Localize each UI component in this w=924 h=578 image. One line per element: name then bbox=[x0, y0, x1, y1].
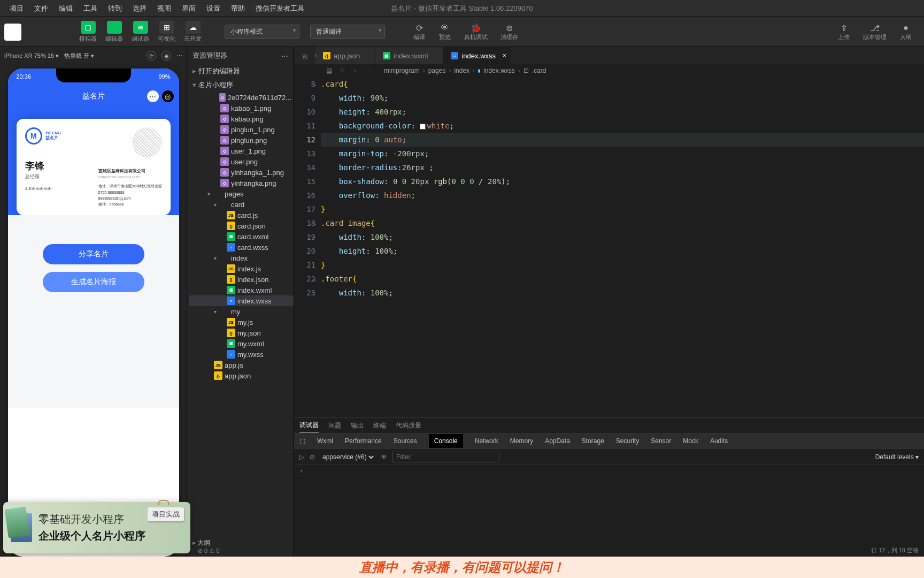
file-tree-item[interactable]: ◇ pinglun_1.png bbox=[189, 124, 294, 135]
devtools-tab[interactable]: Performance bbox=[345, 437, 382, 445]
toolbar-right-action[interactable]: ⇪ 上传 bbox=[831, 21, 857, 42]
app-logo[interactable] bbox=[4, 24, 21, 41]
code-editor[interactable]: 891011121314151617181920212223 ⌄.card{ w… bbox=[294, 77, 924, 417]
code-line[interactable]: height: 100%; bbox=[321, 244, 924, 258]
file-tree-item[interactable]: JS my.js bbox=[189, 317, 294, 328]
toolbar-right-action[interactable]: ● 大纲 bbox=[893, 21, 919, 42]
code-line[interactable]: margin: 0 auto; bbox=[321, 133, 924, 147]
file-tree-item[interactable]: ◇ yinhangka_1.png bbox=[189, 167, 294, 178]
devtools-tab[interactable]: Audits bbox=[710, 437, 728, 445]
menu-item[interactable]: 转到 bbox=[103, 4, 127, 13]
devtools-tab[interactable]: Console bbox=[429, 434, 463, 448]
console-clear-icon[interactable]: ⊘ bbox=[310, 453, 315, 461]
toolbar-right-action[interactable]: ⎇ 版本管理 bbox=[857, 21, 893, 42]
file-tree-item[interactable]: ◇ kabao_1.png bbox=[189, 103, 294, 113]
toolbar-button[interactable]: ⊞ 可视化 bbox=[153, 20, 180, 44]
menu-item[interactable]: 工具 bbox=[78, 4, 103, 13]
device-selector[interactable]: iPhone XR 75% 16 ▾ bbox=[4, 52, 59, 59]
toolbar-button[interactable]: ≋ 调试器 bbox=[127, 20, 153, 44]
menu-item[interactable]: 选择 bbox=[127, 4, 152, 13]
console-filter-input[interactable] bbox=[392, 452, 499, 462]
code-line[interactable]: box-shadow: 0 0 20px rgb(0 0 0 / 20%); bbox=[321, 174, 924, 188]
file-tree-item[interactable]: ◇ user.png bbox=[189, 156, 294, 167]
toolbar-button[interactable]: ▢ 模拟器 bbox=[75, 20, 101, 44]
debugger-tab[interactable]: 问题 bbox=[328, 419, 341, 432]
file-tree-item[interactable]: ◇ pinglun.png bbox=[189, 135, 294, 146]
file-tree-item[interactable]: ▣ card.wxml bbox=[189, 231, 294, 242]
refresh-icon[interactable]: ⟳ bbox=[147, 51, 156, 60]
bookmark-icon[interactable]: ⚐ bbox=[340, 67, 345, 74]
code-line[interactable]: width: 100%; bbox=[321, 286, 924, 300]
debugger-tab[interactable]: 终端 bbox=[373, 419, 386, 432]
debugger-tab[interactable]: 调试器 bbox=[299, 419, 319, 432]
code-line[interactable]: height: 400rpx; bbox=[321, 105, 924, 119]
toolbar-button[interactable]: ☁ 云开发 bbox=[180, 20, 206, 44]
code-line[interactable]: } bbox=[321, 258, 924, 272]
code-line[interactable]: } bbox=[321, 202, 924, 216]
code-line[interactable]: width: 100%; bbox=[321, 230, 924, 244]
code-line[interactable]: width: 90%; bbox=[321, 91, 924, 105]
file-tree-item[interactable]: ▾ index bbox=[189, 253, 294, 263]
editor-tab[interactable]: {} app.json bbox=[315, 47, 375, 64]
file-tree-item[interactable]: ▾ pages bbox=[189, 188, 294, 199]
debugger-tab[interactable]: 输出 bbox=[351, 419, 364, 432]
outline-section[interactable]: ▸ 大纲 bbox=[192, 538, 288, 547]
toolbar-action[interactable]: 👁 预览 bbox=[432, 21, 458, 42]
devtools-tab[interactable]: Wxml bbox=[317, 437, 333, 445]
file-tree-item[interactable]: ◇ kabao.png bbox=[189, 113, 294, 124]
more-icon[interactable]: ⋯ bbox=[176, 52, 182, 59]
file-tree-item[interactable]: ▾ card bbox=[189, 199, 294, 210]
execution-context-dropdown[interactable]: appservice (#6) bbox=[320, 453, 375, 461]
pin-icon[interactable]: ▤ bbox=[326, 67, 332, 74]
file-tree-item[interactable]: JS card.js bbox=[189, 210, 294, 220]
file-tree-item[interactable]: ▣ my.wxml bbox=[189, 338, 294, 349]
breadcrumb-item[interactable]: miniprogram bbox=[384, 67, 420, 74]
code-line[interactable]: ⌄.card image{ bbox=[321, 216, 924, 230]
menu-item[interactable]: 视图 bbox=[152, 4, 176, 13]
project-section[interactable]: 名片小程序 bbox=[187, 78, 294, 92]
breadcrumb-item[interactable]: .card bbox=[532, 67, 546, 74]
mode-dropdown[interactable]: 小程序模式 bbox=[225, 25, 299, 39]
menu-item[interactable]: 界面 bbox=[176, 4, 201, 13]
editor-tab[interactable]: ≡ index.wxss × bbox=[443, 47, 511, 64]
file-tree-item[interactable]: {} index.json bbox=[189, 274, 294, 285]
toolbar-action[interactable]: 🐞 真机调试 bbox=[458, 21, 494, 42]
toolbar-action[interactable]: ⊜ 清缓存 bbox=[494, 21, 525, 42]
file-tree-item[interactable]: ▾ my bbox=[189, 306, 294, 317]
file-tree-item[interactable]: ▣ index.wxml bbox=[189, 285, 294, 295]
devtools-tab[interactable]: Network bbox=[475, 437, 498, 445]
fwd-icon[interactable]: → bbox=[367, 67, 373, 74]
menu-item[interactable]: 编辑 bbox=[53, 4, 78, 13]
back-icon[interactable]: ← bbox=[353, 67, 359, 74]
devtools-tab[interactable]: AppData bbox=[545, 437, 570, 445]
devtools-inspect-icon[interactable]: ⬚ bbox=[299, 437, 305, 445]
generate-poster-button[interactable]: 生成名片海报 bbox=[43, 272, 144, 292]
devtools-tab[interactable]: Sources bbox=[394, 437, 417, 445]
menu-item[interactable]: 设置 bbox=[201, 4, 226, 13]
code-line[interactable]: ⌄.card{ bbox=[321, 77, 924, 91]
menu-item[interactable]: 文件 bbox=[29, 4, 53, 13]
file-tree-item[interactable]: JS app.js bbox=[189, 360, 294, 370]
hot-reload-toggle[interactable]: 热重载 开 ▾ bbox=[64, 52, 94, 60]
log-levels-dropdown[interactable]: Default levels ▾ bbox=[875, 453, 919, 461]
code-line[interactable]: margin-top: -200rpx; bbox=[321, 147, 924, 161]
file-tree-item[interactable]: JS index.js bbox=[189, 263, 294, 274]
capsule-close-icon[interactable]: ◎ bbox=[162, 90, 174, 102]
code-line[interactable]: background-color: white; bbox=[321, 119, 924, 133]
file-tree-item[interactable]: ≡ index.wxss bbox=[189, 295, 294, 306]
file-tree-item[interactable]: ◇ yinhangka.png bbox=[189, 178, 294, 188]
fold-icon[interactable]: ⌄ bbox=[313, 77, 317, 91]
menu-item[interactable]: 微信开发者工具 bbox=[250, 4, 310, 13]
close-icon[interactable]: × bbox=[503, 52, 506, 59]
breadcrumb-item[interactable]: index bbox=[454, 67, 469, 74]
record-icon[interactable]: ◉ bbox=[161, 51, 171, 60]
files-icon[interactable]: ⎘ bbox=[303, 52, 307, 61]
menu-item[interactable]: 项目 bbox=[4, 4, 29, 13]
debugger-tab[interactable]: 代码质量 bbox=[396, 419, 421, 432]
file-tree-item[interactable]: {} app.json bbox=[189, 370, 294, 381]
file-tree-item[interactable]: {} my.json bbox=[189, 328, 294, 338]
editor-tab[interactable]: ▣ index.wxml bbox=[375, 47, 443, 64]
console-output[interactable]: › bbox=[294, 465, 924, 557]
toolbar-button[interactable]: 编辑器 bbox=[101, 20, 127, 44]
devtools-tab[interactable]: Security bbox=[616, 437, 639, 445]
